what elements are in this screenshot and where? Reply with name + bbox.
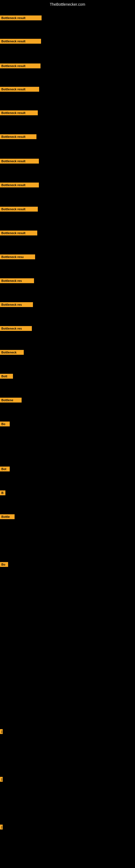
badge-container-13: Bottleneck res <box>0 326 32 332</box>
badge-container-2: Bottleneck result <box>0 63 41 69</box>
site-title: TheBottlenecker.com <box>0 0 135 8</box>
bottleneck-badge-9[interactable]: Bottleneck result <box>0 230 37 236</box>
badge-container-7: Bottleneck result <box>0 183 39 188</box>
badge-container-0: Bottleneck result <box>0 16 42 22</box>
badge-container-20: Bottle <box>0 514 14 520</box>
badge-container-3: Bottleneck result <box>0 87 39 93</box>
bottleneck-badge-5[interactable]: Bottleneck result <box>0 134 37 139</box>
badge-container-16: Bottlene <box>0 398 21 404</box>
bottleneck-badge-2[interactable]: Bottleneck result <box>0 63 41 68</box>
bottleneck-badge-15[interactable]: Bott <box>0 374 13 379</box>
badge-container-6: Bottleneck result <box>0 159 39 165</box>
badge-container-9: Bottleneck result <box>0 230 37 237</box>
bottleneck-badge-21[interactable]: Bo <box>0 562 8 567</box>
bottleneck-badge-10[interactable]: Bottleneck resu <box>0 254 35 259</box>
badge-container-22: | <box>0 729 2 735</box>
bottleneck-badge-8[interactable]: Bottleneck result <box>0 207 38 212</box>
bottleneck-badge-23[interactable]: | <box>0 777 3 782</box>
bottleneck-badge-20[interactable]: Bottle <box>0 514 14 519</box>
badge-container-12: Bottleneck res <box>0 302 33 308</box>
badge-container-4: Bottleneck result <box>0 111 38 116</box>
badge-container-8: Bottleneck result <box>0 207 38 213</box>
bottleneck-badge-7[interactable]: Bottleneck result <box>0 183 39 187</box>
bottleneck-badge-16[interactable]: Bottlene <box>0 398 21 403</box>
bottleneck-badge-11[interactable]: Bottleneck res <box>0 278 34 283</box>
bottleneck-badge-22[interactable]: | <box>0 729 3 734</box>
bottleneck-badge-6[interactable]: Bottleneck result <box>0 159 39 163</box>
bottleneck-badge-14[interactable]: Bottleneck <box>0 350 24 355</box>
badge-container-23: | <box>0 777 2 783</box>
bottleneck-badge-0[interactable]: Bottleneck result <box>0 16 42 20</box>
bottleneck-badge-12[interactable]: Bottleneck res <box>0 302 33 307</box>
bottleneck-badge-1[interactable]: Bottleneck result <box>0 39 41 44</box>
bottleneck-badge-3[interactable]: Bottleneck result <box>0 87 39 92</box>
bottleneck-badge-24[interactable]: | <box>0 825 3 830</box>
badge-container-18: Bot <box>0 467 10 472</box>
bottleneck-badge-4[interactable]: Bottleneck result <box>0 111 38 115</box>
badge-container-11: Bottleneck res <box>0 278 34 284</box>
bottleneck-badge-18[interactable]: Bot <box>0 467 10 471</box>
bottleneck-badge-19[interactable]: B <box>0 490 5 495</box>
badge-container-5: Bottleneck result <box>0 134 37 140</box>
badge-container-17: Bo <box>0 422 10 428</box>
badge-container-14: Bottleneck <box>0 350 24 356</box>
badge-container-19: B <box>0 490 5 496</box>
bottleneck-badge-17[interactable]: Bo <box>0 422 10 426</box>
bottleneck-badge-13[interactable]: Bottleneck res <box>0 326 32 331</box>
badge-container-10: Bottleneck resu <box>0 254 35 260</box>
badge-container-21: Bo <box>0 562 8 568</box>
badge-container-1: Bottleneck result <box>0 39 41 45</box>
badge-container-15: Bott <box>0 374 13 380</box>
badge-container-24: | <box>0 825 2 831</box>
